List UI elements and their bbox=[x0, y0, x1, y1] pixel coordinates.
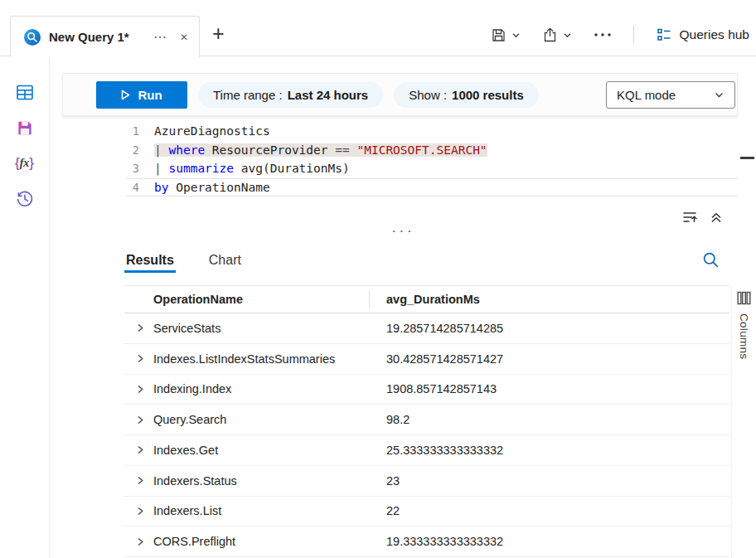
pane-splitter-handle[interactable]: ··· bbox=[50, 222, 756, 238]
saved-queries-icon[interactable] bbox=[15, 119, 35, 137]
code-text: | where ResourceProvider == "MICROSOFT.S… bbox=[139, 143, 487, 157]
row-avg-duration: 19.285714285714285 bbox=[369, 322, 503, 335]
table-row[interactable]: CORS.Preflight19.333333333333332 bbox=[124, 526, 729, 557]
row-operation-name: CORS.Preflight bbox=[153, 535, 235, 548]
table-row[interactable]: Indexes.ListIndexStatsSummaries30.428571… bbox=[124, 344, 729, 375]
run-button[interactable]: Run bbox=[96, 81, 187, 109]
row-expand-chevron-icon[interactable] bbox=[135, 323, 145, 333]
row-operation-name: Query.Search bbox=[153, 413, 226, 426]
query-tab[interactable]: New Query 1* ⋯ ✕ bbox=[10, 16, 200, 57]
table-row[interactable]: Indexing.Index1908.857142857143 bbox=[124, 375, 729, 405]
tab-close-icon[interactable]: ✕ bbox=[177, 32, 191, 43]
row-operation-name: Indexes.Get bbox=[153, 444, 218, 457]
row-operation-name: Indexers.List bbox=[153, 504, 221, 517]
code-text: | summarize avg(DurationMs) bbox=[139, 162, 350, 175]
queries-hub-label: Queries hub bbox=[680, 27, 749, 42]
column-header-operation-name[interactable]: OperationName bbox=[124, 293, 369, 306]
kql-mode-dropdown[interactable]: KQL mode bbox=[606, 81, 735, 109]
save-button[interactable] bbox=[491, 27, 521, 43]
row-expand-chevron-icon[interactable] bbox=[135, 384, 145, 395]
code-text: AzureDiagnostics bbox=[139, 124, 270, 138]
code-line-1[interactable]: 1AzureDiagnostics bbox=[62, 122, 738, 141]
share-icon bbox=[542, 27, 558, 43]
line-number: 2 bbox=[62, 143, 139, 157]
row-avg-duration: 25.333333333333332 bbox=[369, 444, 503, 457]
results-tabs: Results Chart bbox=[124, 250, 243, 273]
time-range-picker[interactable]: Time range : Last 24 hours bbox=[198, 82, 383, 108]
columns-panel-toggle[interactable]: Columns bbox=[731, 285, 756, 558]
new-tab-button[interactable]: + bbox=[207, 22, 230, 46]
log-analytics-app: { "tabbar": { "active_tab": { "title": "… bbox=[0, 0, 756, 558]
row-operation-name: Indexers.Status bbox=[153, 474, 237, 488]
table-row[interactable]: Indexes.Get25.333333333333332 bbox=[124, 435, 729, 466]
table-row[interactable]: Query.Search98.2 bbox=[124, 405, 729, 435]
tab-chart[interactable]: Chart bbox=[207, 250, 243, 273]
functions-icon[interactable]: {fx} bbox=[15, 154, 35, 172]
query-tab-title: New Query 1* bbox=[49, 30, 143, 44]
share-button[interactable] bbox=[542, 27, 572, 43]
query-editor[interactable]: 1AzureDiagnostics2| where ResourceProvid… bbox=[62, 122, 738, 197]
table-row[interactable]: Indexers.List22 bbox=[124, 497, 729, 527]
row-avg-duration: 22 bbox=[369, 504, 400, 517]
columns-icon bbox=[737, 291, 751, 305]
results-table-body: ServiceStats19.285714285714285Indexes.Li… bbox=[124, 313, 729, 557]
save-icon bbox=[491, 27, 506, 43]
fx-text: fx bbox=[20, 157, 30, 170]
tables-icon[interactable] bbox=[15, 83, 35, 101]
line-number: 4 bbox=[62, 181, 139, 194]
row-expand-chevron-icon[interactable] bbox=[135, 536, 145, 547]
row-avg-duration: 1908.857142857143 bbox=[369, 382, 497, 395]
run-label: Run bbox=[138, 88, 162, 102]
query-history-icon[interactable] bbox=[15, 190, 35, 208]
row-operation-name: Indexing.Index bbox=[153, 382, 231, 395]
time-range-label: Time range : bbox=[213, 88, 283, 102]
row-operation-name: ServiceStats bbox=[153, 322, 220, 335]
row-avg-duration: 98.2 bbox=[369, 413, 410, 426]
row-operation-name: Indexes.ListIndexStatsSummaries bbox=[153, 352, 335, 366]
query-toolbar: Run Time range : Last 24 hours Show : 10… bbox=[62, 73, 738, 116]
show-label: Show : bbox=[409, 88, 447, 102]
row-expand-chevron-icon[interactable] bbox=[135, 475, 145, 486]
scrollbar-cursor-marker bbox=[740, 157, 754, 159]
line-number: 3 bbox=[62, 162, 139, 175]
play-icon bbox=[121, 90, 130, 100]
table-row[interactable]: Indexers.Status23 bbox=[124, 466, 729, 497]
kql-mode-label: KQL mode bbox=[617, 88, 676, 102]
row-expand-chevron-icon[interactable] bbox=[135, 506, 145, 517]
chevron-down-icon bbox=[563, 31, 572, 40]
code-line-2[interactable]: 2| where ResourceProvider == "MICROSOFT.… bbox=[62, 141, 738, 160]
more-actions-button[interactable] bbox=[594, 32, 612, 37]
row-avg-duration: 30.428571428571427 bbox=[369, 352, 503, 366]
table-row[interactable]: ServiceStats19.285714285714285 bbox=[124, 313, 729, 344]
row-expand-chevron-icon[interactable] bbox=[135, 444, 145, 455]
table-header: OperationName avg_DurationMs bbox=[124, 285, 729, 313]
show-results-picker[interactable]: Show : 1000 results bbox=[394, 82, 539, 108]
queries-hub-button[interactable]: Queries hub bbox=[656, 27, 749, 43]
time-range-value: Last 24 hours bbox=[288, 88, 369, 102]
code-line-3[interactable]: 3| summarize avg(DurationMs) bbox=[62, 159, 738, 178]
queries-hub-icon bbox=[656, 27, 672, 43]
tab-more-icon[interactable]: ⋯ bbox=[151, 29, 170, 45]
code-text: by OperationName bbox=[139, 181, 270, 194]
fx-brace-close: } bbox=[29, 155, 34, 172]
column-header-avg-duration[interactable]: avg_DurationMs bbox=[369, 293, 480, 306]
column-divider[interactable] bbox=[369, 291, 370, 308]
left-sidebar: {fx} bbox=[0, 56, 50, 558]
code-line-4[interactable]: 4by OperationName bbox=[62, 178, 738, 197]
search-icon[interactable] bbox=[702, 251, 720, 269]
chevron-down-icon bbox=[714, 90, 724, 100]
row-avg-duration: 23 bbox=[369, 474, 400, 488]
chevron-down-icon bbox=[511, 31, 521, 40]
query-tab-icon bbox=[23, 28, 41, 46]
line-number: 1 bbox=[62, 124, 139, 138]
top-tab-bar: New Query 1* ⋯ ✕ + bbox=[0, 0, 756, 56]
row-avg-duration: 19.333333333333332 bbox=[369, 535, 503, 548]
tab-results[interactable]: Results bbox=[124, 250, 176, 273]
columns-panel-label: Columns bbox=[738, 313, 750, 359]
toolbar-divider bbox=[633, 26, 634, 44]
top-actions: Queries hub bbox=[491, 20, 749, 50]
ellipsis-icon bbox=[594, 32, 612, 37]
row-expand-chevron-icon[interactable] bbox=[135, 353, 145, 364]
row-expand-chevron-icon[interactable] bbox=[135, 415, 145, 425]
results-table: OperationName avg_DurationMs ServiceStat… bbox=[124, 285, 729, 557]
